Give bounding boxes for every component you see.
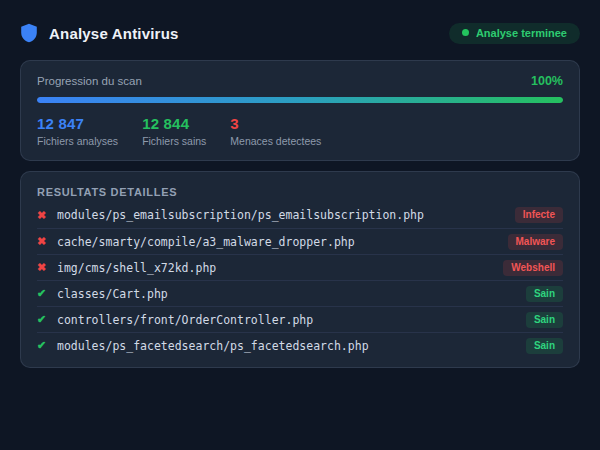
stat-files-scanned-label: Fichiers analyses	[37, 135, 118, 147]
cross-icon: ✖	[37, 209, 57, 222]
check-icon: ✔	[37, 313, 57, 326]
cross-icon: ✖	[37, 261, 57, 274]
table-row: ✔classes/Cart.phpSain	[37, 280, 563, 306]
progress-header-row: Progression du scan 100%	[37, 74, 563, 88]
file-path: controllers/front/OrderController.php	[57, 313, 526, 327]
antivirus-scan-page: Analyse Antivirus Analyse terminee Progr…	[0, 0, 600, 368]
detailed-results-card: RESULTATS DETAILLES ✖modules/ps_emailsub…	[20, 171, 580, 368]
table-row: ✔controllers/front/OrderController.phpSa…	[37, 306, 563, 332]
stat-files-scanned-value: 12 847	[37, 115, 118, 132]
stat-files-scanned: 12 847 Fichiers analyses	[37, 115, 118, 147]
stat-files-clean: 12 844 Fichiers sains	[142, 115, 206, 147]
shield-icon	[20, 23, 38, 43]
progress-bar-track	[37, 97, 563, 103]
file-path: modules/ps_facetedsearch/ps_facetedsearc…	[57, 339, 526, 353]
scan-stats-row: 12 847 Fichiers analyses 12 844 Fichiers…	[37, 115, 563, 147]
file-status-badge: Webshell	[503, 260, 563, 276]
table-row: ✖img/cms/shell_x72kd.phpWebshell	[37, 254, 563, 280]
status-badge-label: Analyse terminee	[476, 27, 567, 39]
file-path: classes/Cart.php	[57, 287, 526, 301]
scan-progress-card: Progression du scan 100% 12 847 Fichiers…	[20, 60, 580, 161]
app-header: Analyse Antivirus Analyse terminee	[20, 22, 580, 44]
check-icon: ✔	[37, 339, 57, 352]
results-list: ✖modules/ps_emailsubscription/ps_emailsu…	[37, 202, 563, 358]
file-status-badge: Sain	[526, 286, 563, 302]
progress-percent: 100%	[531, 74, 563, 88]
table-row: ✔modules/ps_facetedsearch/ps_facetedsear…	[37, 332, 563, 358]
page-title: Analyse Antivirus	[49, 25, 449, 42]
progress-bar-fill	[37, 97, 563, 103]
file-path: img/cms/shell_x72kd.php	[57, 261, 503, 275]
stat-threats-detected-value: 3	[230, 115, 321, 132]
progress-label: Progression du scan	[37, 75, 142, 87]
results-section-title: RESULTATS DETAILLES	[37, 186, 563, 198]
stat-threats-detected: 3 Menaces detectees	[230, 115, 321, 147]
file-status-badge: Sain	[526, 338, 563, 354]
file-status-badge: Malware	[508, 234, 563, 250]
file-path: modules/ps_emailsubscription/ps_emailsub…	[57, 208, 515, 222]
file-path: cache/smarty/compile/a3_malware_dropper.…	[57, 235, 508, 249]
file-status-badge: Infecte	[515, 207, 563, 223]
check-icon: ✔	[37, 287, 57, 300]
status-dot-icon	[462, 29, 469, 36]
stat-files-clean-value: 12 844	[142, 115, 206, 132]
cross-icon: ✖	[37, 235, 57, 248]
file-status-badge: Sain	[526, 312, 563, 328]
status-badge: Analyse terminee	[449, 23, 580, 44]
table-row: ✖modules/ps_emailsubscription/ps_emailsu…	[37, 202, 563, 228]
stat-files-clean-label: Fichiers sains	[142, 135, 206, 147]
table-row: ✖cache/smarty/compile/a3_malware_dropper…	[37, 228, 563, 254]
stat-threats-detected-label: Menaces detectees	[230, 135, 321, 147]
